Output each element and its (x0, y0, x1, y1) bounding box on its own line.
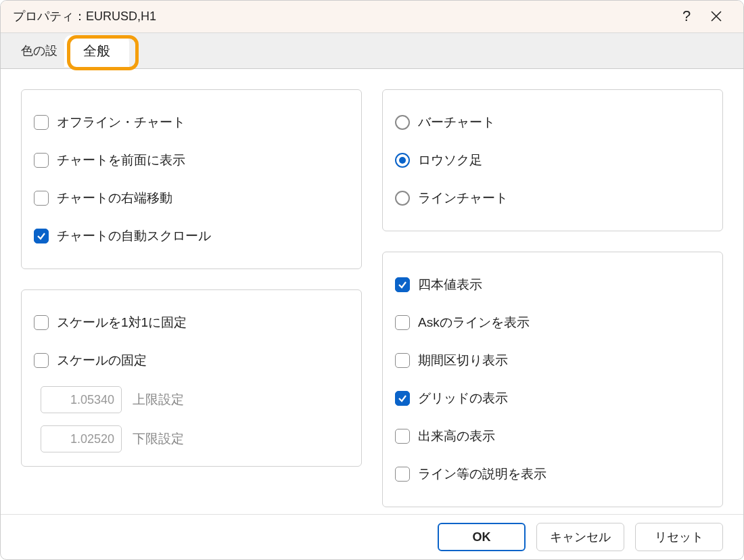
radio-label: ラインチャート (418, 189, 508, 207)
check-label: 出来高の表示 (418, 427, 495, 445)
help-button[interactable]: ? (672, 1, 701, 31)
check-scale-1to1[interactable]: スケールを1対1に固定 (34, 304, 349, 342)
dialog-footer: OK キャンセル リセット (1, 514, 743, 559)
check-label: スケールを1対1に固定 (57, 314, 187, 331)
check-label: オフライン・チャート (57, 114, 185, 131)
titlebar: プロパティ：EURUSD,H1 ? (1, 1, 743, 33)
check-volumes[interactable]: 出来高の表示 (395, 417, 710, 455)
content-area: オフライン・チャート チャートを前面に表示 チャートの右端移動 チャートの自動ス… (1, 69, 743, 514)
tab-general[interactable]: 全般 (64, 35, 129, 67)
radio-bar-chart[interactable]: バーチャート (395, 103, 710, 141)
upper-limit-input[interactable] (41, 386, 122, 413)
check-label: 四本値表示 (418, 276, 482, 294)
checkbox-icon (395, 277, 410, 292)
radio-label: バーチャート (418, 114, 495, 131)
close-icon (710, 10, 722, 22)
checkbox-icon (395, 429, 410, 444)
check-label: チャートの右端移動 (57, 189, 172, 207)
scale-inputs: 上限設定 下限設定 (34, 386, 349, 452)
cancel-button[interactable]: キャンセル (536, 523, 624, 551)
lower-limit-input[interactable] (41, 425, 122, 452)
check-label: ライン等の説明を表示 (418, 465, 547, 483)
window-title: プロパティ：EURUSD,H1 (13, 8, 156, 24)
tab-strip: 色の設 全般 (1, 33, 743, 69)
check-label: スケールの固定 (57, 352, 147, 369)
check-ask-line[interactable]: Askのラインを表示 (395, 304, 710, 342)
close-button[interactable] (701, 1, 731, 31)
checkbox-icon (34, 115, 49, 130)
checkbox-icon (34, 191, 49, 206)
check-chart-shift[interactable]: チャートの右端移動 (34, 179, 349, 217)
check-object-descriptions[interactable]: ライン等の説明を表示 (395, 455, 710, 493)
checkbox-icon (34, 315, 49, 330)
reset-button[interactable]: リセット (635, 523, 723, 551)
checkbox-icon (395, 315, 410, 330)
left-column: オフライン・チャート チャートを前面に表示 チャートの右端移動 チャートの自動ス… (21, 89, 362, 507)
properties-dialog: プロパティ：EURUSD,H1 ? 色の設 全般 オフライン・チャート チャート… (0, 0, 744, 560)
check-period-separators[interactable]: 期間区切り表示 (395, 342, 710, 379)
ok-button[interactable]: OK (438, 523, 526, 551)
check-label: Askのラインを表示 (418, 314, 530, 331)
checkbox-icon (34, 153, 49, 168)
radio-icon (395, 191, 410, 206)
checkbox-icon (395, 353, 410, 368)
radio-candlestick[interactable]: ロウソク足 (395, 141, 710, 179)
check-label: グリッドの表示 (418, 390, 508, 407)
display-options-group: 四本値表示 Askのラインを表示 期間区切り表示 グリッドの表示 出来高の表示 (382, 252, 723, 507)
right-column: バーチャート ロウソク足 ラインチャート 四本値表示 As (382, 89, 723, 507)
radio-label: ロウソク足 (418, 151, 482, 169)
check-label: 期間区切り表示 (418, 352, 508, 369)
check-label: チャートを前面に表示 (57, 151, 185, 169)
lower-limit-label: 下限設定 (133, 430, 184, 448)
chart-options-group: オフライン・チャート チャートを前面に表示 チャートの右端移動 チャートの自動ス… (21, 89, 362, 269)
checkbox-icon (34, 353, 49, 368)
checkbox-icon (395, 391, 410, 406)
radio-icon (395, 153, 410, 168)
check-auto-scroll[interactable]: チャートの自動スクロール (34, 217, 349, 255)
radio-line-chart[interactable]: ラインチャート (395, 179, 710, 217)
chart-type-group: バーチャート ロウソク足 ラインチャート (382, 89, 723, 231)
checkbox-icon (395, 467, 410, 482)
check-ohlc[interactable]: 四本値表示 (395, 266, 710, 304)
check-offline-chart[interactable]: オフライン・チャート (34, 103, 349, 141)
radio-icon (395, 115, 410, 130)
check-scale-fix[interactable]: スケールの固定 (34, 342, 349, 379)
tab-colors[interactable]: 色の設 (14, 43, 64, 59)
check-grid[interactable]: グリッドの表示 (395, 379, 710, 417)
checkbox-icon (34, 229, 49, 243)
check-chart-foreground[interactable]: チャートを前面に表示 (34, 141, 349, 179)
scale-group: スケールを1対1に固定 スケールの固定 上限設定 下限設定 (21, 289, 362, 467)
upper-limit-label: 上限設定 (133, 391, 184, 409)
check-label: チャートの自動スクロール (57, 227, 211, 245)
